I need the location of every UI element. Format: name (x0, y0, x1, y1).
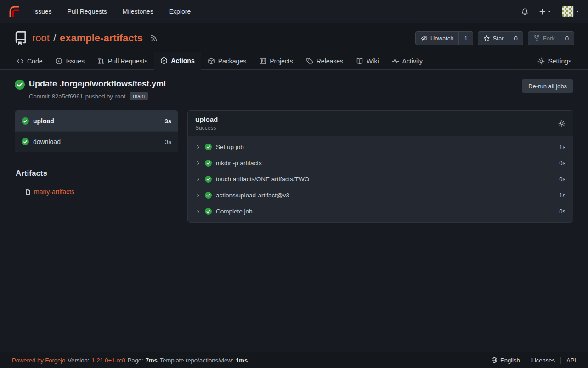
nav-explore[interactable]: Explore (169, 8, 191, 15)
tab-projects[interactable]: Projects (253, 52, 300, 70)
star-button[interactable]: Star (478, 32, 509, 45)
issue-opened-icon (55, 58, 62, 65)
language-selector[interactable]: English (486, 357, 526, 364)
job-options-button[interactable] (558, 120, 565, 127)
step-label: touch artifacts/ONE artifacts/TWO (216, 176, 309, 183)
pushed-by-label: pushed by (85, 93, 113, 100)
commit-sha-link[interactable]: 82a5cf6961 (52, 93, 83, 100)
job-duration: 3s (165, 138, 171, 145)
navbar-right (521, 6, 580, 17)
star-icon (483, 35, 490, 42)
plus-icon (539, 8, 546, 15)
avatar (562, 6, 574, 17)
tab-code[interactable]: Code (10, 52, 49, 70)
file-icon (25, 189, 31, 195)
page-time-value: 7ms (146, 357, 158, 364)
forgejo-logo[interactable] (8, 5, 21, 18)
check-circle-icon (205, 160, 212, 167)
author-link[interactable]: root (115, 93, 125, 100)
artifacts-heading: Artifacts (16, 169, 178, 178)
tab-actions[interactable]: Actions (154, 52, 201, 70)
footer: Powered by Forgejo Version: 1.21.0+1-rc0… (0, 352, 588, 368)
api-link[interactable]: API (560, 357, 576, 364)
create-new-button[interactable] (539, 8, 552, 15)
job-detail-name: upload (195, 115, 218, 123)
tab-label: Packages (218, 58, 246, 65)
repo-header: root / example-artifacts (0, 23, 588, 52)
job-row-upload[interactable]: upload 3s (15, 111, 178, 131)
check-circle-icon (15, 80, 25, 90)
powered-by-link[interactable]: Powered by Forgejo (12, 357, 65, 364)
code-icon (17, 58, 24, 65)
repo-breadcrumb: root / example-artifacts (14, 31, 158, 45)
step-label: mkdir -p artifacts (216, 160, 262, 167)
step-row[interactable]: mkdir -p artifacts 0s (188, 155, 573, 171)
gear-icon (537, 58, 545, 65)
tab-packages[interactable]: Packages (201, 52, 253, 70)
fork-button[interactable]: Fork (528, 32, 560, 45)
repo-action-buttons: Unwatch 1 Star 0 (415, 31, 574, 45)
step-duration: 1s (559, 144, 565, 150)
repo-title: root / example-artifacts (32, 32, 143, 44)
tab-pull-requests[interactable]: Pull Requests (91, 52, 154, 70)
job-name: download (33, 138, 61, 145)
page-time-label: Page: (128, 357, 143, 364)
actions-run-view: Update .forgejo/workflows/test.yml Commi… (0, 70, 588, 352)
version-label: Version: (68, 357, 89, 364)
run-meta: Commit 82a5cf6961 pushed by root main (29, 92, 166, 100)
forks-count[interactable]: 0 (560, 32, 574, 45)
tab-label: Releases (317, 58, 343, 65)
tab-wiki[interactable]: Wiki (350, 52, 385, 70)
job-list: upload 3s download 3s (15, 110, 178, 152)
git-pull-request-icon (97, 58, 105, 65)
tab-releases[interactable]: Releases (300, 52, 350, 70)
tab-activity[interactable]: Activity (385, 52, 429, 70)
repo-owner-link[interactable]: root (32, 32, 50, 44)
rerun-all-jobs-button[interactable]: Re-run all jobs (522, 79, 573, 93)
package-icon (208, 58, 215, 65)
rss-feed-button[interactable] (150, 34, 158, 42)
step-row[interactable]: touch artifacts/ONE artifacts/TWO 0s (188, 171, 573, 187)
version-link[interactable]: 1.21.0+1-rc0 (91, 357, 125, 364)
fork-label: Fork (543, 35, 555, 42)
step-label: Complete job (216, 208, 253, 215)
rss-icon (150, 34, 158, 42)
notifications-button[interactable] (521, 8, 529, 16)
run-header: Update .forgejo/workflows/test.yml Commi… (15, 79, 573, 100)
branch-badge[interactable]: main (130, 92, 148, 100)
tab-label: Actions (171, 57, 194, 64)
caret-down-icon (575, 9, 580, 14)
job-row-download[interactable]: download 3s (15, 131, 178, 152)
nav-pull-requests[interactable]: Pull Requests (67, 8, 107, 15)
stars-count[interactable]: 0 (509, 32, 523, 45)
template-time-label: Template repo/actions/view: (160, 357, 233, 364)
step-row[interactable]: Complete job 0s (188, 203, 573, 219)
star-label: Star (493, 35, 504, 42)
nav-milestones[interactable]: Milestones (123, 8, 153, 15)
globe-icon (491, 357, 498, 363)
language-label: English (500, 357, 520, 364)
repo-icon (14, 31, 28, 45)
repo-name-link[interactable]: example-artifacts (60, 32, 143, 44)
artifact-download-link[interactable]: many-artifacts (34, 188, 74, 196)
breadcrumb-separator: / (53, 32, 56, 44)
step-row[interactable]: Set up job 1s (188, 139, 573, 155)
tab-label: Issues (66, 58, 84, 65)
check-circle-icon (205, 208, 212, 215)
job-detail-header: upload Success (188, 111, 573, 136)
check-circle-icon (205, 144, 212, 150)
job-name: upload (33, 117, 54, 125)
tab-label: Wiki (367, 58, 379, 65)
user-menu-button[interactable] (562, 6, 580, 17)
watchers-count[interactable]: 1 (458, 32, 472, 45)
check-circle-icon (22, 138, 29, 145)
step-row[interactable]: actions/upload-artifact@v3 1s (188, 187, 573, 203)
pulse-icon (392, 58, 399, 65)
run-titles: Update .forgejo/workflows/test.yml Commi… (29, 79, 166, 100)
nav-issues[interactable]: Issues (33, 8, 51, 15)
tab-issues[interactable]: Issues (49, 52, 90, 70)
top-navbar: Issues Pull Requests Milestones Explore (0, 0, 588, 23)
unwatch-button[interactable]: Unwatch (416, 32, 459, 45)
licenses-link[interactable]: Licenses (526, 357, 560, 364)
tab-settings[interactable]: Settings (531, 52, 578, 70)
